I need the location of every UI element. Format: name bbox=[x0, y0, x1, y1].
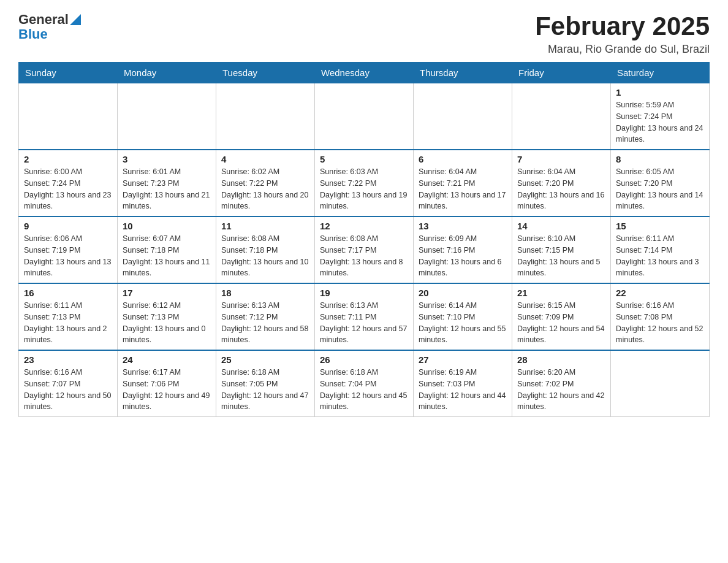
day-info-line: Sunrise: 6:20 AM bbox=[517, 367, 605, 378]
location: Marau, Rio Grande do Sul, Brazil bbox=[535, 43, 710, 56]
calendar-week-row: 1Sunrise: 5:59 AMSunset: 7:24 PMDaylight… bbox=[19, 83, 710, 150]
day-number: 14 bbox=[517, 221, 605, 231]
day-info-line: Sunrise: 6:09 AM bbox=[419, 233, 507, 245]
calendar-week-row: 2Sunrise: 6:00 AMSunset: 7:24 PMDaylight… bbox=[19, 150, 710, 216]
day-number: 13 bbox=[419, 221, 507, 231]
calendar-cell: 17Sunrise: 6:12 AMSunset: 7:13 PMDayligh… bbox=[118, 283, 216, 350]
day-info-line: Sunset: 7:13 PM bbox=[123, 312, 211, 323]
day-info-line: Daylight: 13 hours and 20 minutes. bbox=[221, 190, 309, 213]
page-header: General Blue February 2025 Marau, Rio Gr… bbox=[18, 12, 710, 56]
day-info: Sunrise: 6:04 AMSunset: 7:21 PMDaylight:… bbox=[419, 166, 507, 212]
day-info-line: Sunrise: 6:08 AM bbox=[320, 233, 408, 245]
day-info: Sunrise: 6:20 AMSunset: 7:02 PMDaylight:… bbox=[517, 367, 605, 413]
calendar-week-row: 23Sunrise: 6:16 AMSunset: 7:07 PMDayligh… bbox=[19, 350, 710, 417]
day-info: Sunrise: 6:01 AMSunset: 7:23 PMDaylight:… bbox=[123, 166, 211, 212]
calendar-cell bbox=[512, 83, 611, 150]
day-info-line: Sunrise: 6:11 AM bbox=[616, 233, 704, 245]
calendar-cell: 13Sunrise: 6:09 AMSunset: 7:16 PMDayligh… bbox=[414, 216, 512, 283]
calendar-week-row: 9Sunrise: 6:06 AMSunset: 7:19 PMDaylight… bbox=[19, 216, 710, 283]
day-of-week-header: Friday bbox=[512, 63, 611, 83]
day-of-week-header: Monday bbox=[118, 63, 216, 83]
calendar-cell: 6Sunrise: 6:04 AMSunset: 7:21 PMDaylight… bbox=[414, 150, 512, 216]
day-info-line: Sunrise: 6:08 AM bbox=[221, 233, 309, 245]
day-number: 8 bbox=[616, 154, 704, 164]
day-info-line: Sunrise: 6:16 AM bbox=[24, 367, 112, 378]
day-info-line: Sunrise: 6:06 AM bbox=[24, 233, 112, 245]
day-info: Sunrise: 6:06 AMSunset: 7:19 PMDaylight:… bbox=[24, 233, 112, 279]
day-info-line: Daylight: 13 hours and 3 minutes. bbox=[616, 256, 704, 280]
logo: General Blue bbox=[18, 12, 81, 42]
day-info-line: Sunset: 7:08 PM bbox=[616, 312, 704, 323]
day-info-line: Sunset: 7:11 PM bbox=[320, 312, 408, 323]
day-number: 3 bbox=[123, 154, 211, 164]
day-number: 27 bbox=[419, 354, 507, 365]
day-info-line: Daylight: 13 hours and 16 minutes. bbox=[517, 190, 605, 213]
day-number: 7 bbox=[517, 154, 605, 164]
day-info-line: Daylight: 12 hours and 54 minutes. bbox=[517, 323, 605, 347]
calendar-cell: 24Sunrise: 6:17 AMSunset: 7:06 PMDayligh… bbox=[118, 350, 216, 417]
calendar-header-row: SundayMondayTuesdayWednesdayThursdayFrid… bbox=[19, 63, 710, 83]
day-info-line: Sunset: 7:15 PM bbox=[517, 245, 605, 256]
day-info-line: Sunrise: 6:12 AM bbox=[123, 300, 211, 312]
day-info-line: Sunrise: 6:02 AM bbox=[221, 166, 309, 178]
day-number: 2 bbox=[24, 154, 112, 164]
day-number: 16 bbox=[24, 288, 112, 298]
calendar-cell: 15Sunrise: 6:11 AMSunset: 7:14 PMDayligh… bbox=[611, 216, 710, 283]
day-info-line: Daylight: 12 hours and 58 minutes. bbox=[221, 323, 309, 347]
day-number: 19 bbox=[320, 288, 408, 298]
calendar-cell bbox=[611, 350, 710, 417]
day-info-line: Daylight: 13 hours and 24 minutes. bbox=[616, 123, 704, 146]
day-info: Sunrise: 6:07 AMSunset: 7:18 PMDaylight:… bbox=[123, 233, 211, 279]
day-info-line: Sunrise: 6:05 AM bbox=[616, 166, 704, 178]
day-info-line: Sunset: 7:02 PM bbox=[517, 378, 605, 390]
calendar-cell: 28Sunrise: 6:20 AMSunset: 7:02 PMDayligh… bbox=[512, 350, 611, 417]
day-info: Sunrise: 5:59 AMSunset: 7:24 PMDaylight:… bbox=[616, 99, 704, 145]
calendar-cell: 27Sunrise: 6:19 AMSunset: 7:03 PMDayligh… bbox=[414, 350, 512, 417]
day-info-line: Daylight: 13 hours and 6 minutes. bbox=[419, 256, 507, 280]
day-number: 5 bbox=[320, 154, 408, 164]
day-info-line: Sunrise: 6:18 AM bbox=[320, 367, 408, 378]
day-info: Sunrise: 6:04 AMSunset: 7:20 PMDaylight:… bbox=[517, 166, 605, 212]
calendar-cell: 16Sunrise: 6:11 AMSunset: 7:13 PMDayligh… bbox=[19, 283, 118, 350]
day-info-line: Sunrise: 5:59 AM bbox=[616, 99, 704, 111]
day-number: 4 bbox=[221, 154, 309, 164]
day-info: Sunrise: 6:11 AMSunset: 7:14 PMDaylight:… bbox=[616, 233, 704, 279]
day-info-line: Sunset: 7:05 PM bbox=[221, 378, 309, 390]
day-number: 25 bbox=[221, 354, 309, 365]
calendar-cell: 11Sunrise: 6:08 AMSunset: 7:18 PMDayligh… bbox=[216, 216, 315, 283]
day-info-line: Sunset: 7:03 PM bbox=[419, 378, 507, 390]
calendar-cell bbox=[315, 83, 414, 150]
day-info-line: Sunrise: 6:13 AM bbox=[221, 300, 309, 312]
day-info: Sunrise: 6:18 AMSunset: 7:05 PMDaylight:… bbox=[221, 367, 309, 413]
calendar-cell: 22Sunrise: 6:16 AMSunset: 7:08 PMDayligh… bbox=[611, 283, 710, 350]
day-info-line: Sunset: 7:16 PM bbox=[419, 245, 507, 256]
day-info: Sunrise: 6:05 AMSunset: 7:20 PMDaylight:… bbox=[616, 166, 704, 212]
day-info-line: Sunset: 7:24 PM bbox=[616, 111, 704, 123]
day-info: Sunrise: 6:12 AMSunset: 7:13 PMDaylight:… bbox=[123, 300, 211, 346]
day-info-line: Sunset: 7:12 PM bbox=[221, 312, 309, 323]
day-info-line: Sunrise: 6:17 AM bbox=[123, 367, 211, 378]
day-info-line: Daylight: 13 hours and 19 minutes. bbox=[320, 190, 408, 213]
day-info-line: Daylight: 13 hours and 5 minutes. bbox=[517, 256, 605, 280]
day-info-line: Sunrise: 6:03 AM bbox=[320, 166, 408, 178]
logo-triangle-icon bbox=[70, 14, 81, 25]
day-number: 11 bbox=[221, 221, 309, 231]
day-info-line: Daylight: 12 hours and 47 minutes. bbox=[221, 390, 309, 413]
day-info: Sunrise: 6:08 AMSunset: 7:18 PMDaylight:… bbox=[221, 233, 309, 279]
calendar-cell: 9Sunrise: 6:06 AMSunset: 7:19 PMDaylight… bbox=[19, 216, 118, 283]
day-info-line: Daylight: 13 hours and 8 minutes. bbox=[320, 256, 408, 280]
svg-marker-0 bbox=[70, 14, 81, 25]
calendar-cell: 14Sunrise: 6:10 AMSunset: 7:15 PMDayligh… bbox=[512, 216, 611, 283]
day-info-line: Sunset: 7:23 PM bbox=[123, 178, 211, 190]
day-info-line: Sunrise: 6:18 AM bbox=[221, 367, 309, 378]
day-info-line: Sunset: 7:24 PM bbox=[24, 178, 112, 190]
calendar-cell: 26Sunrise: 6:18 AMSunset: 7:04 PMDayligh… bbox=[315, 350, 414, 417]
day-info-line: Sunset: 7:14 PM bbox=[616, 245, 704, 256]
day-info-line: Daylight: 12 hours and 52 minutes. bbox=[616, 323, 704, 347]
day-info-line: Sunset: 7:10 PM bbox=[419, 312, 507, 323]
day-info: Sunrise: 6:16 AMSunset: 7:07 PMDaylight:… bbox=[24, 367, 112, 413]
day-info: Sunrise: 6:10 AMSunset: 7:15 PMDaylight:… bbox=[517, 233, 605, 279]
day-info: Sunrise: 6:17 AMSunset: 7:06 PMDaylight:… bbox=[123, 367, 211, 413]
day-info-line: Daylight: 12 hours and 45 minutes. bbox=[320, 390, 408, 413]
day-info-line: Sunrise: 6:04 AM bbox=[419, 166, 507, 178]
